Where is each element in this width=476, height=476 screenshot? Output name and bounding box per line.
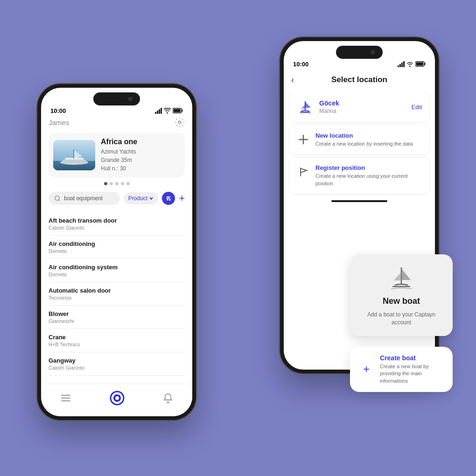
carousel-dots (49, 182, 185, 185)
edit-button[interactable]: Edit (412, 104, 422, 111)
nav-logo[interactable] (110, 391, 125, 406)
battery-icon-right (415, 61, 426, 68)
new-boat-title: New boat (383, 296, 420, 306)
status-icons-right (398, 61, 426, 68)
wifi-icon-right (406, 61, 413, 68)
svg-point-3 (178, 121, 181, 124)
bottom-nav (41, 384, 192, 416)
search-bar[interactable]: boat equipment (49, 192, 120, 205)
location-name: Göcek (319, 99, 406, 107)
item-name: Crane (49, 334, 185, 341)
screen-header: ‹ Select location (284, 70, 435, 92)
location-type: Marina (319, 108, 406, 114)
bell-icon (163, 393, 173, 403)
new-location-title: New location (315, 132, 413, 139)
dot-3[interactable] (115, 182, 119, 185)
app-logo-icon (110, 391, 125, 406)
sailboat-icon (297, 98, 314, 115)
menu-icon (61, 394, 71, 402)
location-card-gocek[interactable]: Göcek Marina Edit (289, 92, 429, 122)
register-position-card[interactable]: Register position Create a new location … (289, 158, 429, 194)
new-location-card[interactable]: New location Create a new location by in… (289, 126, 429, 154)
svg-rect-1 (182, 109, 183, 112)
list-item[interactable]: Blower Gianneschi (49, 306, 185, 329)
dot-4[interactable] (121, 182, 124, 185)
add-equipment-button[interactable]: + (179, 192, 185, 204)
product-filter[interactable]: Product (124, 192, 158, 204)
new-boat-desc: Add a boat to your Captayn account (359, 311, 443, 327)
user-header: James (49, 117, 185, 127)
boat-card[interactable]: Africa one Azimut Yachts Grande 35m Hull… (49, 133, 185, 177)
search-text: boat equipment (64, 195, 103, 202)
time-left: 10:00 (50, 107, 66, 114)
register-position-info: Register position Create a new location … (315, 164, 422, 187)
item-name: Automatic salon door (49, 287, 185, 294)
svg-point-20 (115, 396, 119, 400)
boat-hull: Hull n.: 30 (101, 164, 137, 173)
status-bar-left: 10:00 (41, 105, 192, 117)
nav-menu[interactable] (61, 394, 71, 402)
item-name: Air conditioning (49, 240, 185, 247)
status-icons-left (155, 108, 183, 114)
phone-left: 10:00 (37, 84, 196, 420)
list-item[interactable]: Aft beach transom door Calistri Giacinto (49, 212, 185, 236)
signal-icon-right (398, 61, 405, 67)
svg-rect-9 (73, 149, 74, 159)
floating-new-boat-card[interactable]: New boat Add a boat to your Captayn acco… (350, 254, 453, 336)
home-indicator-right (331, 200, 387, 202)
create-boat-title: Create boat (380, 354, 443, 362)
time-right: 10:00 (293, 61, 308, 68)
item-brand: Dometic (49, 248, 185, 254)
new-location-info: New location Create a new location by in… (315, 132, 413, 147)
floating-create-boat-card[interactable]: + Create boat Create a new boat by provi… (350, 347, 453, 392)
back-button[interactable]: ‹ (291, 75, 294, 85)
filter-label: Product (128, 195, 147, 202)
phone-left-content: James (41, 117, 192, 408)
svg-point-11 (55, 196, 59, 200)
boat-photo (53, 140, 95, 170)
svg-rect-2 (174, 109, 181, 112)
svg-rect-8 (63, 160, 86, 163)
search-icon (54, 195, 61, 202)
plus-icon (297, 133, 310, 146)
list-item[interactable]: Crane H+B Technics (49, 329, 185, 352)
list-item[interactable]: Gangway Calistri Giacinto (49, 352, 185, 376)
user-name: James (49, 119, 69, 126)
dynamic-island-right (336, 46, 383, 59)
create-boat-plus-icon: + (359, 362, 373, 376)
location-info-gocek: Göcek Marina (319, 99, 406, 114)
sort-button[interactable] (162, 192, 175, 205)
status-bar-right: 10:00 (284, 59, 435, 70)
phone-right-content: Göcek Marina Edit New location Create a … (284, 92, 435, 197)
nav-bell[interactable] (163, 393, 173, 403)
dot-2[interactable] (110, 182, 113, 185)
boat-info: Africa one Azimut Yachts Grande 35m Hull… (101, 138, 137, 173)
equipment-list: Aft beach transom door Calistri Giacinto… (49, 212, 185, 376)
phones-container: 10:00 (37, 37, 439, 439)
dot-1[interactable] (104, 182, 107, 185)
search-row: boat equipment Product + (49, 192, 185, 205)
item-name: Aft beach transom door (49, 217, 185, 224)
register-position-title: Register position (315, 164, 422, 171)
item-name: Air conditioning system (49, 264, 185, 271)
dynamic-island-left (93, 92, 140, 105)
wifi-icon-left (164, 108, 171, 114)
list-item[interactable]: Air conditioning Dometic (49, 236, 185, 259)
list-item[interactable]: Air conditioning system Dometic (49, 259, 185, 282)
new-location-desc: Create a new location by inserting the d… (315, 140, 413, 147)
flag-icon (297, 165, 310, 178)
marina-icon (297, 98, 314, 115)
battery-icon-left (173, 108, 183, 114)
screen-title: Select location (331, 75, 387, 84)
item-brand: Calistri Giacinto (49, 225, 185, 231)
item-brand: Calistri Giacinto (49, 365, 185, 371)
sailboat-large-icon (387, 264, 415, 292)
svg-rect-23 (416, 62, 424, 65)
list-item[interactable]: Automatic salon door Tecnoinox (49, 282, 185, 306)
boat-image (53, 140, 95, 170)
dot-5[interactable] (126, 182, 130, 185)
gear-icon[interactable] (175, 117, 185, 127)
item-brand: Dometic (49, 272, 185, 277)
signal-icon-left (155, 108, 162, 114)
register-position-desc: Create a new location using your current… (315, 173, 422, 187)
